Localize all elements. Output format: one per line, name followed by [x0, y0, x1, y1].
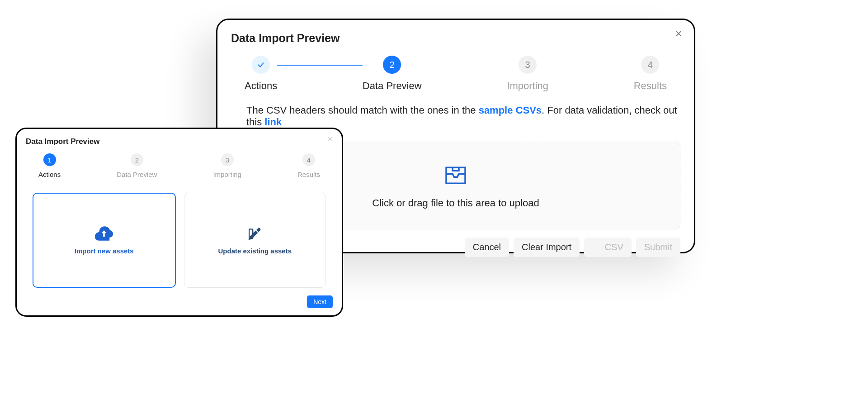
close-icon[interactable]: × [326, 135, 334, 143]
submit-button[interactable]: Submit [636, 238, 680, 257]
card-label: Update existing assets [218, 247, 292, 255]
dialog-title: Data Import Preview [26, 137, 333, 146]
next-button[interactable]: Next [307, 295, 333, 308]
step-connector [61, 160, 117, 160]
download-csv-button[interactable]: CSV [584, 238, 632, 257]
import-preview-dialog-small: Data Import Preview × 1 Actions 2 Data P… [15, 128, 343, 317]
edit-icon [245, 226, 264, 243]
step-data-preview: 2 Data Preview [117, 153, 157, 178]
update-existing-assets-card[interactable]: Update existing assets [184, 193, 326, 288]
csv-hint: The CSV headers should match with the on… [246, 105, 680, 128]
step-connector [241, 160, 297, 160]
clear-import-button[interactable]: Clear Import [514, 238, 580, 257]
dialog-title: Data Import Preview [231, 32, 680, 45]
wizard-stepper: 1 Actions 2 Data Preview 3 Importing 4 R… [26, 153, 333, 178]
cancel-button[interactable]: Cancel [465, 238, 509, 257]
sample-csvs-link[interactable]: sample CSVs [479, 105, 542, 116]
card-label: Import new assets [75, 247, 134, 255]
step-label: Results [297, 171, 320, 178]
step-actions: 1 Actions [38, 153, 61, 178]
step-number: 2 [383, 56, 401, 74]
step-connector [277, 65, 363, 66]
close-icon[interactable]: × [673, 28, 684, 39]
step-label: Importing [507, 80, 548, 92]
step-importing: 3 Importing [213, 153, 241, 178]
step-actions: Actions [245, 56, 277, 92]
step-connector [422, 65, 507, 65]
step-number: 1 [43, 153, 56, 166]
step-label: Actions [245, 80, 277, 92]
step-results: 4 Results [297, 153, 320, 178]
cloud-upload-icon [94, 226, 113, 243]
step-number: 4 [302, 153, 315, 166]
action-cards: Import new assets Update existing assets [26, 193, 333, 288]
check-icon [252, 56, 270, 74]
step-results: 4 Results [634, 56, 667, 92]
step-number: 3 [221, 153, 234, 166]
download-icon [592, 242, 605, 252]
step-label: Results [634, 80, 667, 92]
step-label: Data Preview [363, 80, 422, 92]
step-connector [548, 65, 634, 65]
step-label: Actions [38, 171, 61, 178]
step-label: Data Preview [117, 171, 157, 178]
dropzone-text: Click or drag file to this area to uploa… [372, 197, 539, 209]
step-importing: 3 Importing [507, 56, 548, 92]
dialog-footer: Next [307, 295, 333, 308]
wizard-stepper: Actions 2 Data Preview 3 Importing 4 Res… [231, 56, 680, 92]
csv-button-label: CSV [605, 242, 623, 252]
step-number: 2 [131, 153, 143, 166]
step-number: 4 [641, 56, 659, 74]
step-connector [157, 160, 213, 160]
validation-link[interactable]: link [264, 116, 282, 128]
step-number: 3 [519, 56, 537, 74]
hint-text: The CSV headers should match with the on… [246, 105, 479, 116]
inbox-icon [443, 162, 468, 189]
step-data-preview: 2 Data Preview [363, 56, 422, 92]
step-label: Importing [213, 171, 241, 178]
import-new-assets-card[interactable]: Import new assets [33, 193, 176, 288]
